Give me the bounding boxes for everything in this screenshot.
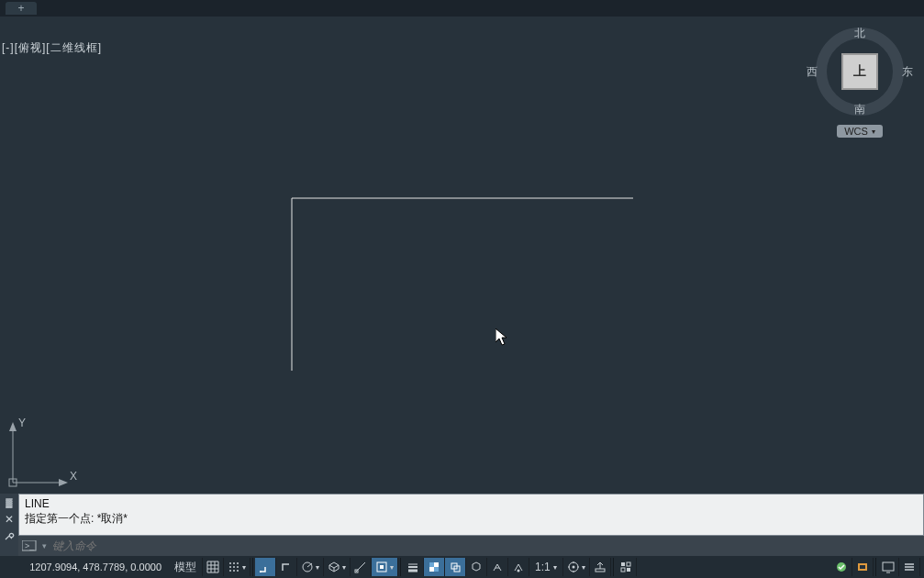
isodraft-toggle[interactable]: ▾ xyxy=(324,558,351,576)
viewcube-south[interactable]: 南 xyxy=(854,102,865,117)
svg-rect-43 xyxy=(627,562,630,566)
svg-point-16 xyxy=(233,570,235,572)
svg-point-11 xyxy=(237,562,239,564)
grid-toggle[interactable] xyxy=(203,558,224,576)
clean-screen-toggle[interactable] xyxy=(878,558,899,576)
selection-filter-toggle[interactable] xyxy=(508,558,529,576)
svg-marker-3 xyxy=(9,422,17,431)
annotation-scale[interactable]: 1:1 ▾ xyxy=(529,558,563,576)
ucs-x-label: X xyxy=(70,470,77,483)
chevron-down-icon: ▾ xyxy=(342,563,346,572)
svg-point-10 xyxy=(233,562,235,564)
chevron-down-icon: ▾ xyxy=(553,563,557,572)
drawing-canvas[interactable]: [-][俯视][二维线框] Y X 北 南 西 东 上 W xyxy=(0,17,924,494)
dynamic-ucs-toggle[interactable] xyxy=(487,558,508,576)
chevron-down-icon: ▾ xyxy=(390,563,394,572)
svg-rect-18 xyxy=(260,571,262,572)
object-snap-toggle[interactable]: ▾ xyxy=(372,558,398,576)
lineweight-toggle[interactable] xyxy=(403,558,424,576)
isolate-objects[interactable] xyxy=(616,558,637,576)
chevron-down-icon[interactable]: ▾ xyxy=(42,541,47,550)
command-input[interactable] xyxy=(52,539,920,552)
svg-point-13 xyxy=(233,566,235,568)
quick-properties[interactable] xyxy=(831,558,852,576)
status-bar: 1207.9094, 478.7789, 0.0000 模型 ▾ ▾ ▾ ▾ xyxy=(0,556,924,578)
plus-icon: + xyxy=(17,3,24,14)
infer-constraints-toggle[interactable] xyxy=(255,558,276,576)
view-cube[interactable]: 北 南 西 东 上 WCS ▾ xyxy=(805,28,915,156)
svg-point-9 xyxy=(229,562,231,564)
document-tabbar: + xyxy=(0,0,924,17)
command-line: >_ ▾ xyxy=(18,536,924,556)
svg-rect-48 xyxy=(860,565,865,569)
command-prompt-icon[interactable]: >_ xyxy=(22,539,37,552)
command-history[interactable]: LINE 指定第一个点: *取消* xyxy=(18,494,924,536)
command-recent-icon[interactable]: ▓ xyxy=(6,497,12,507)
ucs-icon[interactable]: Y X xyxy=(6,417,79,490)
svg-point-17 xyxy=(237,570,239,572)
workspace-switch[interactable]: ▾ xyxy=(563,558,590,576)
svg-rect-29 xyxy=(429,562,434,567)
chevron-down-icon: ▾ xyxy=(242,563,246,572)
model-space-button[interactable]: 模型 xyxy=(169,558,203,576)
svg-rect-45 xyxy=(627,568,630,572)
svg-rect-49 xyxy=(883,562,894,571)
wcs-label: WCS xyxy=(844,126,868,137)
viewcube-top-face[interactable]: 上 xyxy=(841,53,878,90)
svg-rect-44 xyxy=(621,568,625,572)
svg-rect-42 xyxy=(621,562,625,566)
status-coordinates[interactable]: 1207.9094, 478.7789, 0.0000 xyxy=(4,561,169,572)
chevron-down-icon: ▾ xyxy=(316,563,319,572)
svg-rect-30 xyxy=(434,567,439,572)
svg-point-33 xyxy=(518,570,520,572)
annotation-monitor[interactable] xyxy=(590,558,611,576)
chevron-down-icon: ▾ xyxy=(582,563,585,572)
viewcube-east[interactable]: 东 xyxy=(902,64,913,80)
chevron-down-icon: ▾ xyxy=(872,128,875,136)
object-snap-tracking-toggle[interactable] xyxy=(351,558,372,576)
viewcube-north[interactable]: 北 xyxy=(854,26,865,41)
svg-rect-40 xyxy=(596,569,605,572)
snap-mode-toggle[interactable]: ▾ xyxy=(224,558,250,576)
polar-tracking-toggle[interactable]: ▾ xyxy=(297,558,324,576)
customization-button[interactable] xyxy=(899,558,920,576)
ucs-y-label: Y xyxy=(18,417,26,429)
ortho-toggle[interactable] xyxy=(276,558,297,576)
svg-point-15 xyxy=(229,570,231,572)
svg-rect-24 xyxy=(380,565,384,569)
command-panel: ▓ ✕ LINE 指定第一个点: *取消* >_ ▾ xyxy=(0,494,924,556)
transparency-toggle[interactable] xyxy=(424,558,445,576)
selection-cycling-toggle[interactable] xyxy=(445,558,466,576)
command-close-icon[interactable]: ✕ xyxy=(5,513,14,526)
graphics-performance[interactable] xyxy=(852,558,874,576)
svg-marker-4 xyxy=(59,479,68,486)
command-gutter: ▓ ✕ xyxy=(0,494,18,556)
wcs-badge[interactable]: WCS ▾ xyxy=(837,125,883,138)
svg-point-12 xyxy=(229,566,231,568)
svg-text:>_: >_ xyxy=(25,541,35,550)
3d-osnap-toggle[interactable] xyxy=(466,558,487,576)
svg-point-35 xyxy=(572,566,574,569)
svg-point-14 xyxy=(237,566,239,568)
new-tab-button[interactable]: + xyxy=(6,2,37,15)
command-customize-icon[interactable] xyxy=(4,531,15,542)
viewcube-west[interactable]: 西 xyxy=(807,64,818,80)
